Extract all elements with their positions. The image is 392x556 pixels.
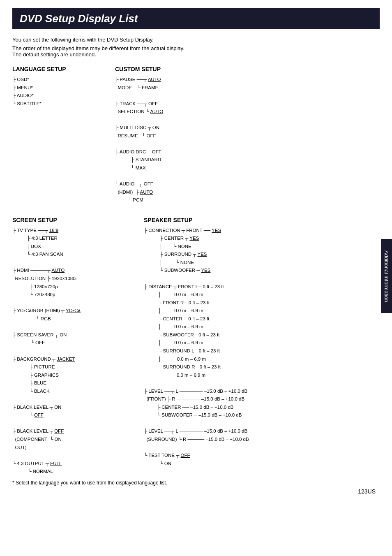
speaker-setup-title: SPEAKER SETUP — [144, 217, 380, 223]
side-tab: Additional Information — [381, 239, 392, 313]
page: DVD Setup Display List You can set the f… — [0, 0, 392, 502]
top-section: LANGUAGE SETUP ├ OSD* ├ MENU* ├ AUDIO* └… — [12, 66, 380, 204]
speaker-setup: SPEAKER SETUP ├ CONNECTION ┬ FRONT ── YE… — [144, 217, 380, 476]
language-setup: LANGUAGE SETUP ├ OSD* ├ MENU* ├ AUDIO* └… — [12, 66, 103, 204]
custom-setup-title: CUSTOM SETUP — [115, 66, 380, 72]
intro-line1: You can set the following items with the… — [12, 37, 380, 43]
page-number: 123US — [358, 488, 376, 495]
page-title: DVD Setup Display List — [20, 12, 372, 25]
title-bar: DVD Setup Display List — [12, 8, 380, 29]
screen-setup-tree: ├ TV TYPE ──┬ 16:9 ├ 4:3 LETTER │ BOX └ … — [12, 227, 140, 476]
custom-setup: CUSTOM SETUP ├ PAUSE ──┬ AUTO MODE └ FRA… — [115, 66, 380, 204]
speaker-setup-tree: ├ CONNECTION ┬ FRONT ── YES ├ CENTER ┬ Y… — [144, 227, 380, 468]
language-setup-tree: ├ OSD* ├ MENU* ├ AUDIO* └ SUBTITLE* — [12, 76, 103, 108]
screen-setup: SCREEN SETUP ├ TV TYPE ──┬ 16:9 ├ 4:3 LE… — [12, 217, 140, 476]
language-setup-title: LANGUAGE SETUP — [12, 66, 103, 72]
custom-setup-tree: ├ PAUSE ──┬ AUTO MODE └ FRAME ├ TRACK ──… — [115, 76, 380, 204]
screen-setup-title: SCREEN SETUP — [12, 217, 140, 223]
footnote: * Select the language you want to use fr… — [12, 480, 380, 486]
intro-line2: The order of the displayed items may be … — [12, 45, 380, 58]
bottom-section: SCREEN SETUP ├ TV TYPE ──┬ 16:9 ├ 4:3 LE… — [12, 217, 380, 476]
